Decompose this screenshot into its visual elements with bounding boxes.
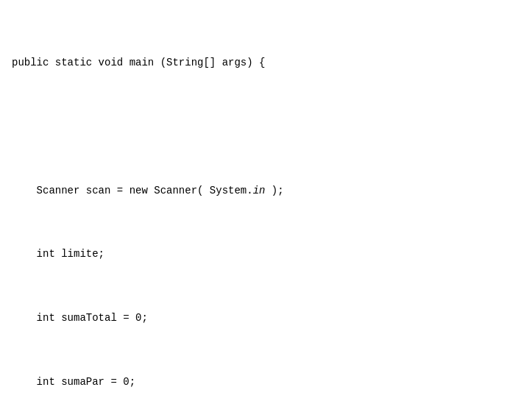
code-line-4: int limite; xyxy=(12,246,520,263)
code-block: public static void main (String[] args) … xyxy=(0,0,532,401)
code-line-empty-1 xyxy=(12,119,520,135)
code-line-5: int sumaTotal = 0; xyxy=(12,310,520,327)
code-line-1: public static void main (String[] args) … xyxy=(12,55,520,71)
code-line-6: int sumaPar = 0; xyxy=(12,375,520,391)
italic-in: in xyxy=(253,185,266,196)
code-line-3: Scanner scan = new Scanner( System.in ); xyxy=(12,183,520,199)
